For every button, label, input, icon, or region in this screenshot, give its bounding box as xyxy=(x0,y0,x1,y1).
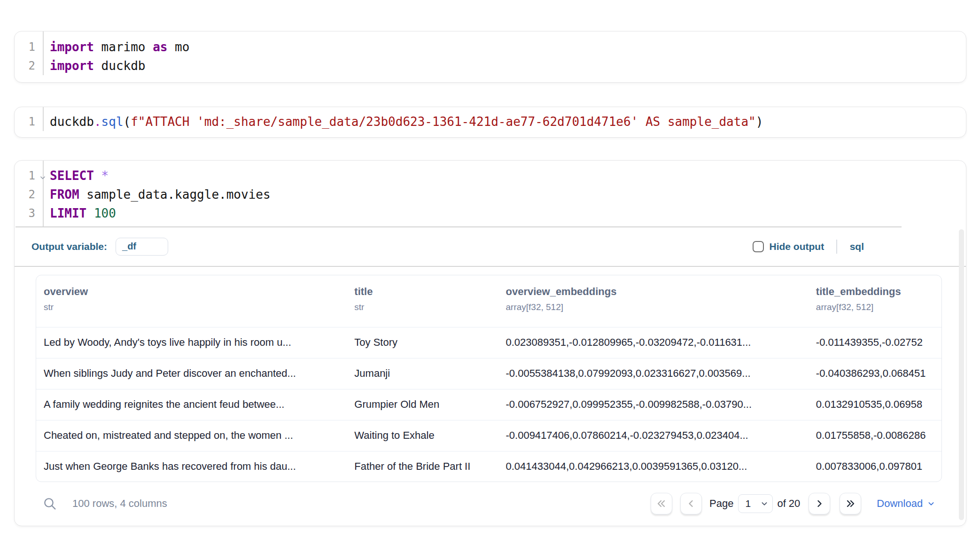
code-line[interactable]: 1SELECT * xyxy=(15,166,966,185)
chevrons-left-icon xyxy=(656,498,667,509)
table-row[interactable]: A family wedding reignites the ancient f… xyxy=(36,389,941,420)
column-name: title_embeddings xyxy=(816,286,939,298)
code-line[interactable]: 2import duckdb xyxy=(15,56,966,75)
search-icon[interactable] xyxy=(42,496,57,511)
table-cell: Father of the Bride Part II xyxy=(347,451,498,482)
table-row[interactable]: Led by Woody, Andy's toys live happily i… xyxy=(36,327,941,358)
code-line[interactable]: 2FROM sample_data.kaggle.movies xyxy=(15,185,966,204)
table-cell: Just when George Banks has recovered fro… xyxy=(36,451,347,482)
chevrons-right-icon xyxy=(845,498,856,509)
code-editor[interactable]: 1duckdb.sql(f"ATTACH 'md:_share/sample_d… xyxy=(15,107,966,131)
line-number: 2 xyxy=(15,56,35,75)
row-count-summary: 100 rows, 4 columns xyxy=(72,498,167,510)
code-text: duckdb.sql(f"ATTACH 'md:_share/sample_da… xyxy=(50,112,763,131)
line-number: 1 xyxy=(15,112,35,131)
toolbar-output-divider xyxy=(15,266,966,267)
code-cell-imports[interactable]: 1import marimo as mo2import duckdb xyxy=(14,31,966,83)
table-cell: Waiting to Exhale xyxy=(347,420,498,451)
column-header[interactable]: title_embeddingsarray[f32, 512] xyxy=(809,275,941,327)
table-footer: 100 rows, 4 columns Page 1 xyxy=(36,485,942,522)
table-cell: Cheated on, mistreated and stepped on, t… xyxy=(36,420,347,451)
code-text: FROM sample_data.kaggle.movies xyxy=(50,185,271,204)
language-badge[interactable]: sql xyxy=(850,241,864,252)
table-row[interactable]: Just when George Banks has recovered fro… xyxy=(36,451,941,482)
chevron-left-icon xyxy=(685,498,697,509)
collapse-chevron-icon[interactable] xyxy=(39,174,47,181)
column-type: str xyxy=(354,302,495,312)
table-cell: Toy Story xyxy=(347,327,498,358)
hide-output-label[interactable]: Hide output xyxy=(770,241,824,252)
table-header-row: overviewstrtitlestroverview_embeddingsar… xyxy=(36,275,941,327)
column-header[interactable]: overview_embeddingsarray[f32, 512] xyxy=(498,275,808,327)
output-variable-input[interactable]: _df xyxy=(116,238,168,256)
table-cell: -0.011439355,-0.02752 xyxy=(809,327,941,358)
code-cell-attach[interactable]: 1duckdb.sql(f"ATTACH 'md:_share/sample_d… xyxy=(14,107,966,138)
chevron-down-icon xyxy=(760,499,769,508)
table-cell: A family wedding reignites the ancient f… xyxy=(36,389,347,420)
table-row[interactable]: Cheated on, mistreated and stepped on, t… xyxy=(36,420,941,451)
next-page-button[interactable] xyxy=(809,493,830,514)
code-text: import duckdb xyxy=(50,56,146,75)
last-page-button[interactable] xyxy=(840,493,861,514)
chevron-down-icon xyxy=(927,499,935,508)
column-name: title xyxy=(354,286,495,298)
code-editor[interactable]: 1import marimo as mo2import duckdb xyxy=(15,31,966,75)
vertical-scrollbar[interactable] xyxy=(959,229,964,520)
hide-output-checkbox[interactable] xyxy=(753,241,764,252)
table-row[interactable]: When siblings Judy and Peter discover an… xyxy=(36,358,941,389)
code-line[interactable]: 1import marimo as mo xyxy=(15,38,966,56)
table-cell: 0.007833006,0.097801 xyxy=(809,451,941,482)
toolbar-right-group: Hide output sql xyxy=(753,227,864,266)
chevron-right-icon xyxy=(814,498,825,509)
table-cell: Jumanji xyxy=(347,358,498,389)
column-header[interactable]: overviewstr xyxy=(36,275,347,327)
code-line[interactable]: 1duckdb.sql(f"ATTACH 'md:_share/sample_d… xyxy=(15,112,966,131)
code-text: LIMIT 100 xyxy=(50,204,116,223)
page-select[interactable]: 1 xyxy=(738,494,773,513)
table-cell: 0.041433044,0.042966213,0.0039591365,0.0… xyxy=(498,451,808,482)
line-number: 2 xyxy=(15,185,35,204)
code-text: SELECT * xyxy=(50,166,109,185)
code-editor[interactable]: 1SELECT *2FROM sample_data.kaggle.movies… xyxy=(15,161,966,226)
download-label: Download xyxy=(877,498,923,510)
sql-cell[interactable]: 1SELECT *2FROM sample_data.kaggle.movies… xyxy=(14,160,966,526)
code-line[interactable]: 3LIMIT 100 xyxy=(15,204,966,223)
pagination: Page 1 of 20 xyxy=(651,493,935,514)
line-number: 3 xyxy=(15,204,35,223)
column-name: overview_embeddings xyxy=(506,286,805,298)
column-type: str xyxy=(44,302,344,312)
column-name: overview xyxy=(44,286,344,298)
table-cell: -0.009417406,0.07860214,-0.023279453,0.0… xyxy=(498,420,808,451)
sql-cell-toolbar: Output variable: _df Hide output sql xyxy=(15,227,966,266)
table-cell: -0.0055384138,0.07992093,0.023316627,0.0… xyxy=(498,358,808,389)
table-cell: When siblings Judy and Peter discover an… xyxy=(36,358,347,389)
toolbar-divider xyxy=(836,240,837,254)
column-type: array[f32, 512] xyxy=(816,302,939,312)
page-total-label: of 20 xyxy=(777,498,800,510)
previous-page-button[interactable] xyxy=(680,493,702,514)
column-header[interactable]: titlestr xyxy=(347,275,498,327)
table-cell: 0.0132910535,0.06958 xyxy=(809,389,941,420)
table-cell: -0.040386293,0.068451 xyxy=(809,358,941,389)
table-body: Led by Woody, Andy's toys live happily i… xyxy=(36,327,941,482)
download-button[interactable]: Download xyxy=(877,498,935,510)
table-cell: -0.006752927,0.099952355,-0.009982588,-0… xyxy=(498,389,808,420)
line-number: 1 xyxy=(15,38,35,56)
line-number: 1 xyxy=(15,166,35,185)
table-cell: 0.023089351,-0.012809965,-0.03209472,-0.… xyxy=(498,327,808,358)
result-table: overviewstrtitlestroverview_embeddingsar… xyxy=(36,275,941,482)
column-type: array[f32, 512] xyxy=(506,302,805,312)
code-text: import marimo as mo xyxy=(50,38,189,56)
result-table-container: overviewstrtitlestroverview_embeddingsar… xyxy=(36,275,942,482)
output-variable-label: Output variable: xyxy=(31,241,107,252)
table-cell: Led by Woody, Andy's toys live happily i… xyxy=(36,327,347,358)
page-select-value: 1 xyxy=(745,498,751,509)
fold-toggle[interactable] xyxy=(39,168,47,187)
page-label: Page xyxy=(709,498,733,510)
first-page-button[interactable] xyxy=(651,493,672,514)
table-cell: 0.01755858,-0.0086286 xyxy=(809,420,941,451)
table-cell: Grumpier Old Men xyxy=(347,389,498,420)
